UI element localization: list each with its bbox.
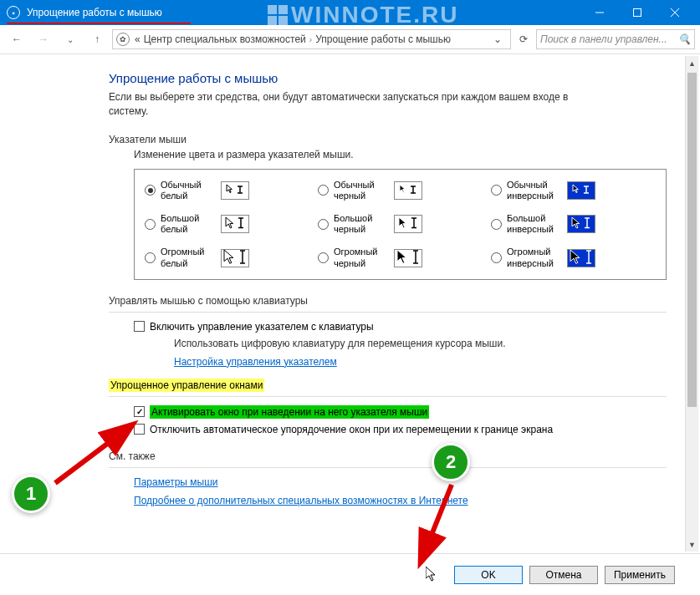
more-a11y-link[interactable]: Подробнее о дополнительных специальных в…	[134, 495, 667, 506]
activate-on-hover-checkbox[interactable]	[134, 406, 145, 417]
pointers-subdesc: Изменение цвета и размера указателей мыш…	[134, 149, 667, 160]
pointer-preview	[567, 215, 595, 233]
svg-marker-4	[227, 185, 232, 193]
section-also: См. также	[109, 450, 667, 462]
pointer-label: Большой черный	[334, 213, 389, 235]
pointer-option[interactable]: Огромный белый	[145, 247, 309, 268]
pointer-preview	[221, 181, 249, 200]
minimize-button[interactable]	[580, 0, 618, 25]
forward-button[interactable]: →	[32, 29, 55, 49]
keyboard-desc: Использовать цифровую клавиатуру для пер…	[174, 338, 667, 349]
pointer-preview	[567, 249, 595, 267]
keyboard-control-checkbox-row[interactable]: Включить управление указателем с клавиат…	[134, 321, 667, 333]
footer: OK Отмена Применить	[0, 553, 700, 595]
svg-marker-28	[224, 250, 233, 263]
page-heading: Упрощение работы с мышью	[109, 71, 667, 85]
scroll-thumb[interactable]	[687, 73, 697, 407]
divider	[109, 396, 667, 397]
mouse-cursor-icon	[426, 567, 439, 583]
section-keyboard: Управлять мышью с помощью клавиатуры	[109, 295, 667, 307]
disable-autosnap-checkbox[interactable]	[134, 424, 145, 435]
keyboard-control-checkbox[interactable]	[134, 321, 145, 332]
up-button[interactable]: ↑	[85, 29, 109, 49]
pointer-radio[interactable]	[491, 185, 502, 196]
pointer-label: Огромный черный	[334, 247, 389, 268]
page-subheading: Если вы выберете эти средства, они будут…	[109, 90, 577, 119]
pointer-options-box: Обычный белый Обычный черный Обычный инв…	[134, 169, 667, 280]
navbar: ← → ⌄ ↑ ✿ « Центр специальных возможност…	[0, 25, 700, 54]
section-windows: Упрощенное управление окнами	[109, 379, 264, 392]
pointer-radio[interactable]	[318, 219, 329, 230]
svg-marker-44	[426, 567, 435, 581]
apply-button[interactable]: Применить	[605, 566, 675, 584]
pointer-option[interactable]: Обычный черный	[318, 180, 483, 201]
control-panel-icon: ✿	[116, 33, 130, 46]
back-button[interactable]: ←	[5, 29, 28, 49]
pointer-option[interactable]: Огромный инверсный	[491, 247, 656, 268]
address-dropdown[interactable]: ⌄	[488, 30, 507, 48]
pointer-option[interactable]: Огромный черный	[318, 247, 483, 268]
pointer-radio[interactable]	[318, 185, 329, 196]
disable-autosnap-label: Отключить автоматическое упорядочение ок…	[150, 424, 553, 435]
annotation-underline	[7, 23, 191, 24]
pointer-preview	[567, 181, 595, 200]
mouse-settings-link[interactable]: Параметры мыши	[134, 476, 667, 488]
pointer-option[interactable]: Большой белый	[145, 213, 309, 235]
breadcrumb-prev: «	[135, 33, 141, 45]
pointer-radio[interactable]	[145, 219, 156, 230]
svg-marker-16	[226, 217, 233, 228]
activate-on-hover-label: Активировать окно при наведении на него …	[150, 405, 429, 419]
pointer-option[interactable]: Большой инверсный	[491, 213, 656, 235]
titlebar: ⋆ Упрощение работы с мышью	[0, 0, 700, 25]
annotation-step-2: 2	[432, 443, 470, 481]
content-area: ▲ ▼ Упрощение работы с мышью Если вы выб…	[0, 54, 700, 553]
disable-autosnap-row[interactable]: Отключить автоматическое упорядочение ок…	[134, 424, 667, 435]
window-title: Упрощение работы с мышью	[27, 7, 580, 18]
pointer-radio[interactable]	[145, 185, 156, 196]
activate-on-hover-row[interactable]: Активировать окно при наведении на него …	[134, 405, 667, 419]
svg-marker-32	[397, 250, 406, 263]
svg-rect-1	[633, 9, 641, 17]
pointer-label: Обычный белый	[161, 180, 216, 201]
address-bar[interactable]: ✿ « Центр специальных возможностей › Упр…	[112, 29, 511, 49]
pointer-option[interactable]: Обычный белый	[145, 180, 309, 201]
app-icon: ⋆	[7, 6, 20, 19]
scrollbar[interactable]: ▲ ▼	[685, 56, 698, 552]
breadcrumb-item-1[interactable]: Центр специальных возможностей	[144, 33, 306, 45]
pointer-label: Большой белый	[161, 213, 216, 235]
pointer-label: Обычный инверсный	[507, 180, 562, 201]
pointer-preview	[394, 181, 422, 200]
pointer-label: Огромный белый	[161, 247, 216, 268]
refresh-button[interactable]: ⟳	[514, 30, 533, 48]
pointer-label: Большой инверсный	[507, 213, 562, 235]
search-input[interactable]: Поиск в панели управлен... 🔍	[536, 29, 695, 49]
scroll-up[interactable]: ▲	[686, 56, 698, 70]
scroll-down[interactable]: ▼	[686, 537, 698, 552]
search-placeholder: Поиск в панели управлен...	[540, 33, 667, 45]
svg-marker-24	[572, 217, 580, 228]
pointer-preview	[221, 215, 249, 233]
keyboard-settings-link[interactable]: Настройка управления указателем	[174, 356, 337, 368]
recent-dropdown[interactable]: ⌄	[59, 29, 82, 49]
divider	[109, 312, 667, 313]
pointer-radio[interactable]	[491, 252, 502, 263]
pointer-preview	[221, 249, 249, 267]
pointer-radio[interactable]	[318, 252, 329, 263]
pointer-radio[interactable]	[145, 252, 156, 263]
pointer-radio[interactable]	[491, 219, 502, 230]
pointer-option[interactable]: Большой черный	[318, 213, 483, 235]
breadcrumb-item-2[interactable]: Упрощение работы с мышью	[315, 33, 451, 45]
breadcrumb-sep: ›	[309, 35, 312, 44]
pointer-label: Обычный черный	[334, 180, 389, 201]
pointer-preview	[394, 215, 422, 233]
section-pointers: Указатели мыши	[109, 134, 667, 145]
ok-button[interactable]: OK	[454, 566, 523, 584]
keyboard-control-label: Включить управление указателем с клавиат…	[150, 321, 374, 333]
pointer-option[interactable]: Обычный инверсный	[491, 180, 656, 201]
cancel-button[interactable]: Отмена	[529, 566, 598, 584]
search-icon: 🔍	[678, 33, 691, 45]
pointer-label: Огромный инверсный	[507, 247, 562, 268]
svg-marker-12	[573, 185, 578, 193]
maximize-button[interactable]	[618, 0, 656, 25]
close-button[interactable]	[656, 0, 693, 25]
